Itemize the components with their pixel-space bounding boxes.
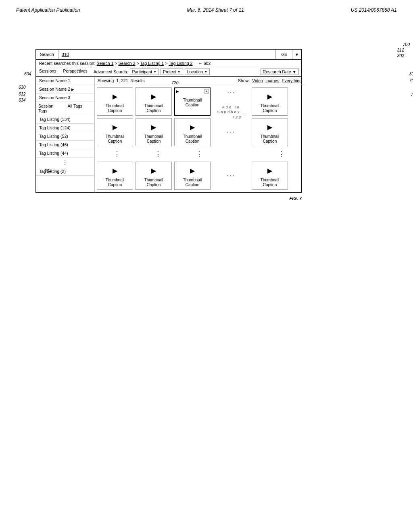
header-center: Mar. 6, 2014 Sheet 7 of 11	[187, 7, 244, 13]
play-icon-2-5: ▶	[262, 120, 278, 134]
thumb-3-5[interactable]: ▶ ThumbnailCaption	[252, 162, 288, 190]
session-tags-button[interactable]: Session Tags	[36, 102, 65, 115]
sidebar: Session Name 1 Session Name 2 Session Na…	[36, 77, 94, 192]
participant-dropdown[interactable]: Participant ▼	[130, 69, 159, 75]
add-to-sandbox[interactable]: Add toSandbox... — 722	[217, 105, 245, 114]
header-left: Patent Application Publication	[16, 7, 80, 13]
anno-634: 634	[19, 98, 26, 102]
search-bar: Search 310 Go ▼	[35, 49, 302, 60]
play-icon-2-2: ▶	[146, 120, 162, 134]
session-name-1[interactable]: Session Name 1	[36, 77, 94, 85]
recent-search-3[interactable]: Tag Listing 1	[140, 61, 164, 66]
thumb-caption-2-3: ThumbnailCaption	[183, 134, 202, 144]
anno-306: 306	[409, 71, 413, 76]
thumb-1-2[interactable]: ▶ ThumbnailCaption	[136, 87, 172, 116]
ellipsis-row: ⋮ ⋮ ⋮ ⋮	[97, 149, 302, 159]
thumb-3-1[interactable]: ▶ ThumbnailCaption	[97, 162, 133, 190]
ellipsis-4	[223, 149, 259, 159]
back-arrow: ← 602	[198, 61, 211, 66]
tag-listing-124[interactable]: Tag Listing (124)	[36, 124, 94, 132]
tag-listing-52[interactable]: Tag Listing (52)	[36, 132, 94, 141]
content-area: Showing 1, 221 Results Show: Video Image…	[94, 77, 305, 192]
search-input[interactable]: 310	[58, 50, 276, 59]
thumb-caption-2-5: ThumbnailCaption	[261, 134, 280, 144]
thumb-1-3[interactable]: ▶ + ThumbnailCaption	[174, 87, 211, 116]
thumb-2-5[interactable]: ▶ ThumbnailCaption	[252, 118, 288, 146]
fig-label: FIG. 7	[35, 196, 302, 201]
thumb-caption-3-2: ThumbnailCaption	[144, 178, 163, 187]
search-down-arrow[interactable]: ▼	[292, 50, 301, 59]
dots-cell-2: ···	[213, 118, 249, 146]
play-icon-1-3: ▶	[176, 89, 179, 94]
everything-link[interactable]: Everything	[282, 78, 302, 83]
ellipsis-1: ⋮	[99, 149, 136, 159]
tag-listing-46[interactable]: Tag Listing (46)	[36, 141, 94, 149]
recent-search-2[interactable]: Search 2	[118, 61, 135, 66]
results-count: 1, 221	[116, 78, 128, 83]
all-tags-button[interactable]: All Tags	[65, 102, 94, 115]
anno-700: 700	[403, 42, 410, 47]
project-dropdown[interactable]: Project ▼	[161, 69, 183, 75]
special-icon: +	[204, 89, 209, 94]
thumb-caption-3-3: ThumbnailCaption	[183, 178, 202, 187]
patent-header: Patent Application Publication Mar. 6, 2…	[0, 0, 413, 17]
search-label: Search	[36, 52, 58, 57]
play-icon-3-3: ▶	[184, 164, 200, 178]
anno-632: 632	[19, 91, 26, 96]
ellipsis-3: ⋮	[181, 149, 218, 159]
play-icon-2-3: ▶	[184, 120, 200, 134]
video-link[interactable]: Video	[252, 78, 263, 83]
sidebar-ellipsis: ⋮	[36, 158, 94, 167]
tag-listing-134[interactable]: Tag Listing (134)	[36, 115, 94, 124]
main-panel: Session Name 1 Session Name 2 Session Na…	[35, 77, 302, 193]
thumb-caption-3-5: ThumbnailCaption	[261, 178, 280, 187]
sessions-perspectives-tabs: Sessions Perspectives	[36, 67, 91, 76]
thumb-caption-2-2: ThumbnailCaption	[144, 134, 163, 144]
thumb-caption-1-3: ThumbnailCaption	[183, 98, 202, 108]
anno-722: — 722	[229, 111, 245, 120]
thumb-caption-1-1: ThumbnailCaption	[106, 104, 125, 113]
anno-708: 708	[411, 92, 413, 97]
tag-listing-2[interactable]: Tag Listing (2)	[36, 167, 94, 176]
adv-search-main: Advanced Search: Participant ▼ Project ▼…	[91, 67, 301, 76]
play-icon-3-1: ▶	[107, 164, 123, 178]
thumb-3-2[interactable]: ▶ ThumbnailCaption	[136, 162, 172, 190]
play-icon-1-5: ▶	[262, 89, 278, 104]
thumb-1-5[interactable]: ▶ ThumbnailCaption	[252, 87, 288, 116]
session-tags-row: Session Tags All Tags	[36, 102, 94, 115]
recent-search-1[interactable]: Search 1	[96, 61, 113, 66]
anno-604: 604	[24, 71, 31, 76]
anno-720: 720	[171, 80, 179, 85]
thumb-2-1[interactable]: ▶ ThumbnailCaption	[97, 118, 133, 146]
thumb-caption-2-1: ThumbnailCaption	[106, 134, 125, 144]
sessions-tab[interactable]: Sessions	[36, 67, 60, 76]
play-icon-2-1: ▶	[107, 120, 123, 134]
play-icon-1-2: ▶	[146, 89, 162, 104]
tag-listing-44[interactable]: Tag Listing (44)	[36, 149, 94, 158]
adv-search-row: Sessions Perspectives Advanced Search: P…	[35, 67, 302, 77]
results-label: Results	[130, 78, 144, 83]
location-dropdown[interactable]: Location ▼	[185, 69, 210, 75]
thumb-1-1[interactable]: ▶ ThumbnailCaption	[97, 87, 133, 116]
anno-312: 312	[397, 48, 404, 52]
thumb-2-2[interactable]: ▶ ThumbnailCaption	[136, 118, 172, 146]
anno-630: 630	[19, 85, 26, 89]
recent-search-4[interactable]: Tag Listing 2	[169, 61, 192, 66]
perspectives-tab[interactable]: Perspectives	[60, 67, 91, 76]
play-icon-3-2: ▶	[146, 164, 162, 178]
play-icon-1-1: ▶	[107, 89, 123, 104]
dots-cell-3: ···	[213, 162, 249, 190]
thumb-3-3[interactable]: ▶ ThumbnailCaption	[174, 162, 211, 190]
session-name-2[interactable]: Session Name 2	[36, 85, 94, 94]
thumb-2-3[interactable]: ▶ ThumbnailCaption	[174, 118, 211, 146]
showing-label: Showing	[98, 78, 114, 83]
thumbnail-row-1: 720 ▶ ThumbnailCaption ▶ ThumbnailCaptio…	[97, 87, 302, 116]
research-date-dropdown[interactable]: Research Date ▼	[261, 69, 299, 75]
thumb-caption-1-2: ThumbnailCaption	[144, 104, 163, 113]
images-link[interactable]: Images	[265, 78, 279, 83]
thumb-caption-1-5: ThumbnailCaption	[261, 104, 280, 113]
thumbnail-row-2: ▶ ThumbnailCaption ▶ ThumbnailCaption ▶ …	[97, 118, 302, 146]
go-button[interactable]: Go	[276, 50, 292, 59]
show-label: Show:	[238, 78, 250, 83]
session-name-3[interactable]: Session Name 3	[36, 94, 94, 102]
